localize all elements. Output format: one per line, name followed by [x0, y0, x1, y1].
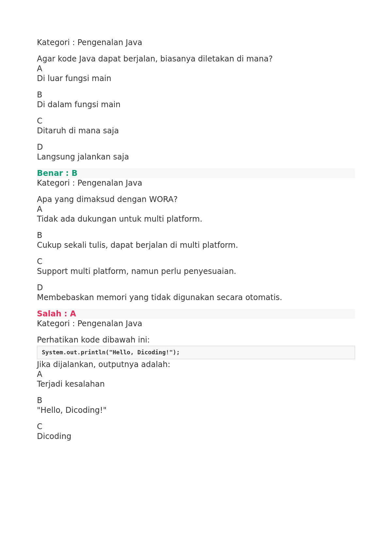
- q2-option-a: A Tidak ada dukungan untuk multi platfor…: [37, 204, 355, 224]
- option-text: Terjadi kesalahan: [37, 379, 355, 389]
- q1-category: Kategori : Pengenalan Java: [37, 38, 355, 47]
- option-text: Langsung jalankan saja: [37, 152, 355, 162]
- option-letter: A: [37, 204, 355, 214]
- option-letter: A: [37, 369, 355, 379]
- option-letter: A: [37, 64, 355, 74]
- option-text: Ditaruh di mana saja: [37, 126, 355, 136]
- option-letter: D: [37, 142, 355, 152]
- option-letter: C: [37, 257, 355, 266]
- option-letter: B: [37, 395, 355, 405]
- option-letter: B: [37, 230, 355, 240]
- option-text: Tidak ada dukungan untuk multi platform.: [37, 214, 355, 224]
- option-text: Support multi platform, namun perlu peny…: [37, 266, 355, 276]
- q3-prompt: Perhatikan kode dibawah ini:: [37, 335, 355, 345]
- q3-option-b: B "Hello, Dicoding!": [37, 395, 355, 415]
- option-letter: B: [37, 90, 355, 100]
- option-text: "Hello, Dicoding!": [37, 405, 355, 415]
- q3-code-block: System.out.println("Hello, Dicoding!");: [37, 346, 355, 359]
- q2-option-d: D Membebaskan memori yang tidak digunaka…: [37, 283, 355, 302]
- q1-option-b: B Di dalam fungsi main: [37, 90, 355, 109]
- q3-option-c: C Dicoding: [37, 422, 355, 441]
- q3-followup: Jika dijalankan, outputnya adalah:: [37, 360, 355, 369]
- option-text: Dicoding: [37, 431, 355, 441]
- q1-result-correct: Benar : B: [37, 168, 355, 178]
- option-text: Membebaskan memori yang tidak digunakan …: [37, 293, 355, 302]
- q3-category: Kategori : Pengenalan Java: [37, 319, 355, 328]
- q1-option-a: A Di luar fungsi main: [37, 64, 355, 83]
- option-letter: C: [37, 116, 355, 126]
- q2-option-b: B Cukup sekali tulis, dapat berjalan di …: [37, 230, 355, 250]
- option-letter: C: [37, 422, 355, 431]
- option-letter: D: [37, 283, 355, 293]
- q1-option-d: D Langsung jalankan saja: [37, 142, 355, 162]
- option-text: Di dalam fungsi main: [37, 100, 355, 109]
- q1-question: Agar kode Java dapat berjalan, biasanya …: [37, 54, 355, 64]
- q1-option-c: C Ditaruh di mana saja: [37, 116, 355, 136]
- q2-category: Kategori : Pengenalan Java: [37, 178, 355, 188]
- option-text: Di luar fungsi main: [37, 74, 355, 83]
- q2-question: Apa yang dimaksud dengan WORA?: [37, 194, 355, 204]
- q3-option-a: A Terjadi kesalahan: [37, 369, 355, 389]
- option-text: Cukup sekali tulis, dapat berjalan di mu…: [37, 240, 355, 250]
- q2-option-c: C Support multi platform, namun perlu pe…: [37, 257, 355, 276]
- q2-result-wrong: Salah : A: [37, 309, 355, 319]
